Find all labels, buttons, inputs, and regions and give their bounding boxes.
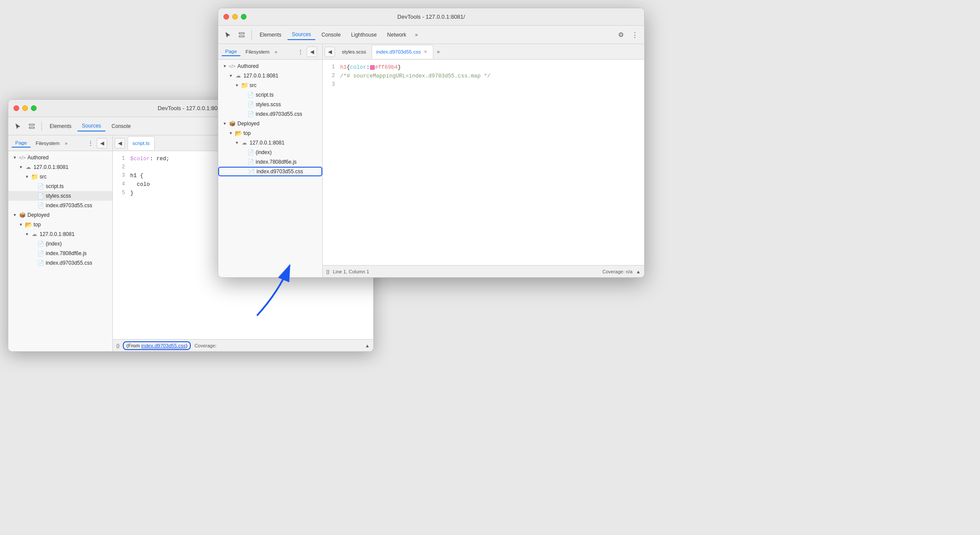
file-icon-indexjs-back: 📄 — [37, 250, 44, 257]
tree-item-indexcss2-back[interactable]: 📄 index.d9703d55.css — [8, 258, 112, 268]
source-mapping-pill-back: (From index.d9703d55.css) — [123, 341, 191, 350]
line-num-3-front: 3 — [323, 81, 340, 89]
more-vert-icon-front[interactable]: ⋮ — [629, 29, 641, 41]
tab-sources-back[interactable]: Sources — [78, 121, 105, 131]
code-line-2-front: 2 /*# sourceMappingURL=index.d9703d55.cs… — [323, 72, 644, 81]
editor-tab-indexcss-front[interactable]: index.d9703d55.css × — [372, 45, 433, 59]
minimize-button-front[interactable] — [232, 14, 238, 20]
panel-tab-page-back[interactable]: Page — [12, 139, 30, 148]
maximize-button-back[interactable] — [31, 105, 37, 111]
code-area-front[interactable]: 1 h1{color:#ff69b4} 2 /*# sourceMappingU… — [323, 60, 644, 265]
scroll-up-front[interactable]: ▲ — [636, 269, 641, 274]
tree-item-stylesscss-back[interactable]: 📄 styles.scss — [8, 191, 112, 201]
tree-item-src-back[interactable]: 📁 src — [8, 172, 112, 182]
window-title-back: DevTools - 127.0.0.1:8081 — [158, 105, 224, 111]
file-icon-indexcss2-back: 📄 — [37, 259, 44, 266]
code-line-3-front: 3 — [323, 81, 644, 89]
code-tag-icon-back: </> — [19, 154, 26, 161]
tree-item-top-back[interactable]: 📂 top — [8, 220, 112, 229]
tree-item-authored-front[interactable]: </> Authored — [218, 61, 322, 71]
editor-panel-front: ◀ styles.scss index.d9703d55.css × » 1 h… — [323, 44, 644, 277]
line-num-5-back: 5 — [113, 189, 130, 197]
editor-tab-stylesscss-front[interactable]: styles.scss — [338, 45, 371, 59]
layers-icon-back[interactable] — [26, 120, 38, 132]
editor-tab-close-front[interactable]: × — [422, 49, 429, 55]
svg-rect-0 — [29, 124, 34, 125]
devtools-content-front: Page Filesystem » ⋮ ◀ </> Authored — [218, 44, 644, 277]
line-content-1-front: h1{color:#ff69b4} — [340, 63, 644, 72]
editor-tab-scriptts-back[interactable]: script.ts — [128, 136, 155, 150]
tree-item-indexcss2-front[interactable]: 📄 index.d9703d55.css — [218, 167, 322, 176]
tree-item-scriptts-front[interactable]: 📄 script.ts — [218, 90, 322, 100]
file-icon-index-front: 📄 — [247, 149, 254, 156]
panel-more-front[interactable]: » — [275, 49, 277, 54]
tree-arrow-top-front — [228, 130, 234, 136]
panel-more-back[interactable]: » — [65, 141, 68, 146]
tree-item-authored-back[interactable]: </> Authored — [8, 153, 112, 162]
tree-item-server2-front[interactable]: ☁ 127.0.0.1:8081 — [218, 138, 322, 148]
cursor-icon-front[interactable] — [222, 29, 234, 41]
editor-collapse-btn-front[interactable]: ◀ — [324, 47, 335, 57]
window-title-front: DevTools - 127.0.0.1:8081/ — [397, 13, 465, 20]
tree-item-stylesscss-front[interactable]: 📄 styles.scss — [218, 100, 322, 109]
format-icon-back[interactable]: {} — [116, 343, 119, 348]
code-tag-icon-front: </> — [229, 63, 236, 70]
traffic-lights-front — [223, 14, 247, 20]
line-num-1-front: 1 — [323, 63, 340, 71]
tree-arrow-top-back — [18, 222, 24, 228]
tree-item-server1-front[interactable]: ☁ 127.0.0.1:8081 — [218, 71, 322, 81]
maximize-button-front[interactable] — [241, 14, 247, 20]
line-num-2-front: 2 — [323, 72, 340, 80]
panel-tab-filesystem-back[interactable]: Filesystem — [32, 139, 63, 147]
panel-tab-page-front[interactable]: Page — [222, 47, 240, 56]
tree-item-deployed-front[interactable]: 📦 Deployed — [218, 119, 322, 128]
toolbar-more-front[interactable]: » — [412, 30, 421, 40]
scroll-up-back[interactable]: ▲ — [365, 343, 370, 348]
tree-arrow-deployed-back — [12, 212, 18, 218]
tab-elements-front[interactable]: Elements — [255, 30, 286, 40]
tree-item-deployed-back[interactable]: 📦 Deployed — [8, 210, 112, 220]
close-button-front[interactable] — [223, 14, 229, 20]
tab-console-back[interactable]: Console — [107, 121, 135, 131]
file-icon-stylesscss-back: 📄 — [37, 192, 44, 199]
statusbar-front: {} Line 1, Column 1 Coverage: n/a ▲ — [323, 265, 644, 277]
tab-network-front[interactable]: Network — [383, 30, 411, 40]
tree-arrow-src-back — [24, 174, 30, 180]
folder-icon-top-front: 📂 — [235, 130, 242, 137]
panel-tab-filesystem-front[interactable]: Filesystem — [242, 48, 273, 56]
format-icon-front[interactable]: {} — [326, 269, 329, 274]
tab-elements-back[interactable]: Elements — [45, 121, 76, 131]
editor-collapse-btn-back[interactable]: ◀ — [115, 138, 125, 148]
tree-item-indexjs-front[interactable]: 📄 index.7808df6e.js — [218, 157, 322, 167]
close-button-back[interactable] — [14, 105, 19, 111]
minimize-button-back[interactable] — [22, 105, 28, 111]
tree-item-index-back[interactable]: 📄 (index) — [8, 239, 112, 249]
line-num-2-back: 2 — [113, 163, 130, 172]
coverage-label-front: Coverage: n/a — [602, 269, 632, 274]
tree-item-index-front[interactable]: 📄 (index) — [218, 148, 322, 157]
tree-item-indexjs-back[interactable]: 📄 index.7808df6e.js — [8, 249, 112, 258]
tab-console-front[interactable]: Console — [317, 30, 345, 40]
cloud-icon-server1-back: ☁ — [25, 164, 32, 171]
cursor-icon-back[interactable] — [12, 120, 24, 132]
color-swatch-front[interactable] — [370, 65, 375, 70]
editor-tabs-more-front[interactable]: » — [434, 47, 443, 57]
tree-item-server1-back[interactable]: ☁ 127.0.0.1:8081 — [8, 162, 112, 172]
file-icon-indexcss-front: 📄 — [247, 111, 254, 118]
tab-lighthouse-front[interactable]: Lighthouse — [347, 30, 381, 40]
collapse-button-back[interactable]: ◀ — [97, 138, 107, 148]
panel-menu-icon-back[interactable]: ⋮ — [86, 139, 95, 148]
tree-item-top-front[interactable]: 📂 top — [218, 128, 322, 138]
panel-menu-icon-front[interactable]: ⋮ — [296, 47, 305, 56]
tree-item-scriptts-back[interactable]: 📄 script.ts — [8, 182, 112, 191]
tree-item-server2-back[interactable]: ☁ 127.0.0.1:8081 — [8, 229, 112, 239]
tree-item-indexcss-back[interactable]: 📄 index.d9703d55.css — [8, 201, 112, 210]
tree-item-indexcss-front[interactable]: 📄 index.d9703d55.css — [218, 109, 322, 119]
file-tree-front: </> Authored ☁ 127.0.0.1:8081 📁 src — [218, 60, 322, 277]
tab-sources-front[interactable]: Sources — [287, 30, 315, 40]
layers-icon-front[interactable] — [236, 29, 248, 41]
gear-icon-front[interactable]: ⚙ — [615, 29, 627, 41]
source-mapping-link-back[interactable]: index.d9703d55.css — [141, 343, 186, 348]
tree-item-src-front[interactable]: 📁 src — [218, 81, 322, 90]
collapse-button-front[interactable]: ◀ — [307, 47, 317, 57]
